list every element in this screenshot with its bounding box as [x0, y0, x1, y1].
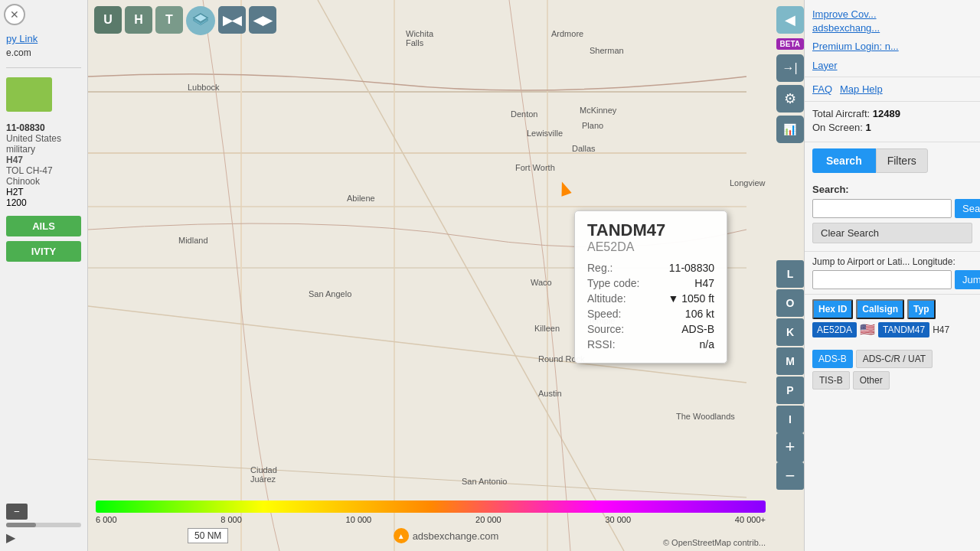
sidebar-itype: H2T [6, 187, 81, 197]
navigate-forward-button[interactable]: ▶◀ [218, 6, 246, 34]
alpha-buttons: L O K M P I R [776, 260, 804, 462]
stats-button[interactable]: 📊 [776, 116, 804, 143]
alpha-l-button[interactable]: L [776, 260, 804, 288]
source-filter-row: ADS-B ADS-C/R / UAT TIS-B Other [805, 345, 980, 394]
search-tab-button[interactable]: Search [812, 148, 876, 173]
map-help-link[interactable]: Map Help [840, 83, 883, 95]
filters-tab-button[interactable]: Filters [876, 148, 928, 173]
callsign-header[interactable]: Callsign [856, 299, 904, 319]
copyright-text: © OpenStreetMap contrib... [663, 538, 766, 547]
sidebar-type: H47 [6, 155, 81, 165]
popup-callsign: TANDM47 [587, 220, 714, 240]
beta-badge: BETA [776, 38, 804, 50]
right-panel-header: Improve Cov... adsbexchang... Premium Lo… [805, 0, 980, 77]
settings-button[interactable]: ⚙ [776, 85, 804, 112]
aircraft-thumbnail [6, 77, 52, 112]
popup-alt-row: Altitude: ▼ 1050 ft [587, 292, 714, 305]
scroll-right-button[interactable]: ▶ [6, 530, 15, 545]
popup-alt-value: ▼ 1050 ft [668, 292, 714, 305]
back-left-button[interactable]: ◀ [776, 6, 804, 34]
right-panel: Improve Cov... adsbexchang... Premium Lo… [804, 0, 980, 551]
copy-link[interactable]: py Link [0, 27, 87, 46]
map-area[interactable]: WichitaFalls Ardmore Sherman Lubbock Den… [88, 0, 804, 551]
on-screen-row: On Screen: 1 [812, 122, 972, 133]
premium-login-link[interactable]: Premium Login: n... Layer [812, 40, 972, 72]
popup-hex: AE52DA [587, 240, 714, 254]
t-button[interactable]: T [155, 6, 183, 34]
popup-source-label: Source: [587, 323, 624, 335]
zoom-in-button[interactable]: + [776, 433, 804, 461]
search-go-button[interactable]: Sear [955, 199, 980, 218]
popup-type-label: Type code: [587, 277, 640, 289]
alpha-m-button[interactable]: M [776, 347, 804, 375]
alpha-k-button[interactable]: K [776, 318, 804, 346]
sidebar-bottom: − ▶ [0, 497, 87, 551]
jump-label: Jump to Airport or Lati... Longitude: [812, 256, 972, 267]
table-section: Hex ID Callsign Typ AE52DA 🇺🇸 TANDM47 H4… [805, 295, 980, 345]
jump-input[interactable] [812, 270, 952, 289]
left-sidebar: ✕ py Link e.com 11-08830 United States m… [0, 0, 88, 551]
alpha-o-button[interactable]: O [776, 289, 804, 317]
faq-link[interactable]: FAQ [812, 83, 832, 95]
hex-id-header[interactable]: Hex ID [812, 299, 853, 319]
scale-indicator: 50 NM [188, 528, 228, 543]
color-label-2: 10 000 [346, 515, 372, 524]
other-filter-button[interactable]: Other [853, 371, 890, 390]
table-flag-cell: 🇺🇸 [860, 322, 875, 337]
jump-button[interactable]: Jump [955, 270, 980, 289]
sidebar-alt: 1200 [6, 197, 81, 208]
search-input[interactable] [812, 199, 952, 218]
svg-line-9 [88, 459, 746, 497]
login-button[interactable]: →| [776, 54, 804, 82]
adsc-filter-button[interactable]: ADS-C/R / UAT [856, 350, 933, 368]
color-label-1: 8 000 [220, 515, 242, 524]
popup-type-row: Type code: H47 [587, 277, 714, 289]
popup-reg-value: 11-08830 [669, 262, 714, 274]
tisb-filter-button[interactable]: TIS-B [812, 371, 850, 390]
scroll-handle[interactable] [6, 523, 36, 527]
jump-section: Jump to Airport or Lati... Longitude: Ju… [805, 252, 980, 295]
stats-block: Total Aircraft: 12489 On Screen: 1 [805, 102, 980, 142]
popup-source-row: Source: ADS-B [587, 323, 714, 335]
sidebar-country: United States [6, 133, 81, 144]
h-button[interactable]: H [125, 6, 152, 34]
layers-button[interactable] [186, 6, 215, 35]
zoom-out-button[interactable]: − [776, 462, 804, 490]
map-logo: ▲ adsbexchange.com [394, 528, 499, 543]
popup-speed-value: 106 kt [685, 308, 714, 320]
navigate-backward-button[interactable]: ◀▶ [249, 6, 276, 34]
sidebar-model: TOL CH-47 [6, 165, 81, 176]
adsb-filter-button[interactable]: ADS-B [812, 350, 853, 368]
total-aircraft-label: Total Aircraft: [812, 108, 870, 119]
popup-rssi-value: n/a [700, 338, 714, 350]
color-bar-labels: 6 000 8 000 10 000 20 000 30 000 40 000+ [96, 515, 766, 524]
search-filter-buttons: Search Filters [805, 142, 980, 179]
logo-icon: ▲ [394, 528, 409, 543]
type-header[interactable]: Typ [907, 299, 935, 319]
table-type-cell: H47 [933, 324, 949, 335]
alpha-i-button[interactable]: I [776, 406, 804, 433]
popup-reg-row: Reg.: 11-08830 [587, 262, 714, 274]
close-button[interactable]: ✕ [4, 4, 25, 25]
activity-button[interactable]: IVITY [6, 241, 81, 262]
alpha-p-button[interactable]: P [776, 377, 804, 404]
search-section: Search: Sear Clear Search [805, 179, 980, 252]
map-copyright: © OpenStreetMap contrib... [663, 538, 766, 547]
sidebar-info: 11-08830 United States military H47 TOL … [0, 118, 87, 213]
minus-button[interactable]: − [6, 504, 28, 520]
clear-search-button[interactable]: Clear Search [812, 223, 972, 243]
color-label-0: 6 000 [96, 515, 117, 524]
details-button[interactable]: AILS [6, 216, 81, 236]
improve-coverage-link[interactable]: Improve Cov... adsbexchang... [812, 8, 972, 35]
color-bar-container: 6 000 8 000 10 000 20 000 30 000 40 000+ [96, 500, 766, 524]
scroll-bar[interactable] [6, 523, 81, 527]
u-button[interactable]: U [94, 6, 122, 34]
popup-type-value: H47 [694, 277, 714, 289]
table-hex-cell: AE52DA [812, 322, 857, 337]
popup-speed-label: Speed: [587, 308, 621, 320]
sidebar-military: military [6, 144, 81, 155]
table-row[interactable]: AE52DA 🇺🇸 TANDM47 H47 [812, 322, 972, 337]
popup-alt-label: Altitude: [587, 292, 626, 305]
total-aircraft-value: 12489 [873, 108, 900, 119]
aircraft-popup: TANDM47 AE52DA Reg.: 11-08830 Type code:… [574, 210, 727, 364]
